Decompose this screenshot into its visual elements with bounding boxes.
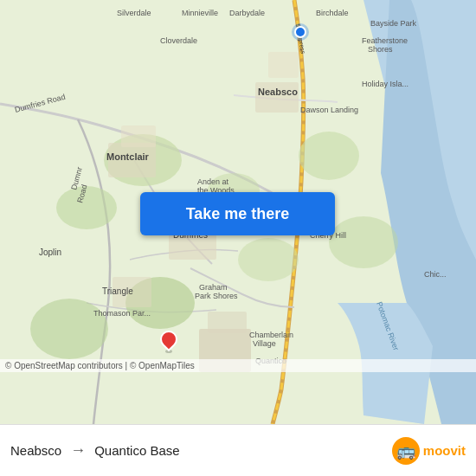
svg-text:Chic...: Chic... xyxy=(424,270,447,279)
origin-marker xyxy=(294,26,306,38)
svg-text:Cloverdale: Cloverdale xyxy=(160,36,197,45)
svg-text:Holiday Isla...: Holiday Isla... xyxy=(362,80,408,88)
arrow-icon: → xyxy=(70,441,86,460)
moovit-icon: 🚌 xyxy=(392,437,420,465)
svg-text:Joplin: Joplin xyxy=(39,248,61,257)
svg-rect-10 xyxy=(268,52,299,78)
svg-text:Park Shores: Park Shores xyxy=(195,292,238,300)
osm-attribution: © OpenStreetMap contributors | © OpenMap… xyxy=(5,361,195,370)
svg-point-5 xyxy=(329,216,398,268)
svg-point-4 xyxy=(299,132,359,180)
bottom-bar: Neabsco → Quantico Base 🚌 moovit xyxy=(0,424,476,476)
map-container: Birchdale Bayside Park Minnieville Silve… xyxy=(0,0,476,424)
origin-label: Neabsco xyxy=(10,443,61,458)
svg-text:Village: Village xyxy=(253,339,276,348)
button-label: Take me there xyxy=(186,205,290,223)
moovit-logo: 🚌 moovit xyxy=(392,437,466,465)
destination-label: Quantico Base xyxy=(94,443,179,458)
svg-text:Dawson Landing: Dawson Landing xyxy=(300,106,358,114)
svg-text:Neabsco: Neabsco xyxy=(258,87,298,97)
svg-text:Minnieville: Minnieville xyxy=(182,9,218,17)
svg-rect-12 xyxy=(121,125,156,147)
svg-text:Featherstone: Featherstone xyxy=(362,36,408,45)
destination-marker xyxy=(160,331,177,355)
svg-text:Bayside Park: Bayside Park xyxy=(370,19,417,28)
svg-text:Silverdale: Silverdale xyxy=(117,9,151,17)
svg-text:Montclair: Montclair xyxy=(106,151,150,162)
take-me-there-button[interactable]: Take me there xyxy=(140,192,335,235)
svg-point-6 xyxy=(238,238,299,281)
svg-rect-16 xyxy=(208,312,247,333)
svg-text:Chamberlain: Chamberlain xyxy=(249,331,293,339)
svg-text:Graham: Graham xyxy=(199,283,228,292)
moovit-bus-icon: 🚌 xyxy=(396,441,415,460)
svg-point-8 xyxy=(30,299,108,359)
svg-text:Triangle: Triangle xyxy=(102,286,133,296)
svg-text:Birchdale: Birchdale xyxy=(316,9,349,17)
svg-text:Darbydale: Darbydale xyxy=(229,9,265,17)
moovit-text: moovit xyxy=(423,443,466,458)
svg-text:Shores: Shores xyxy=(368,45,393,54)
svg-text:Thomason Par...: Thomason Par... xyxy=(93,309,151,318)
copyright-bar: © OpenStreetMap contributors | © OpenMap… xyxy=(0,359,476,372)
svg-text:Anden at: Anden at xyxy=(197,177,229,186)
